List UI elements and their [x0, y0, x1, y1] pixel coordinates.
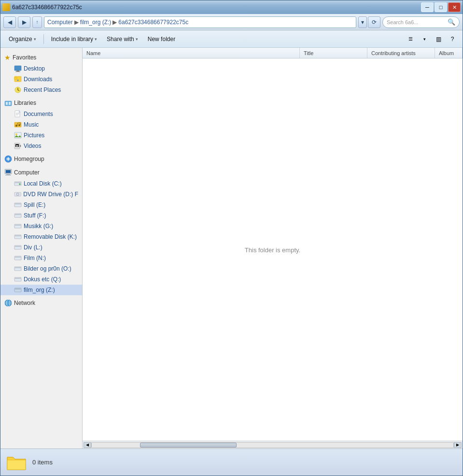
- hscroll-thumb[interactable]: [140, 443, 237, 447]
- sidebar-item-documents[interactable]: Documents: [0, 109, 82, 119]
- svg-rect-0: [14, 66, 21, 71]
- back-button[interactable]: ◀: [3, 16, 16, 28]
- sidebar-item-bilder-o-label: Bilder og pr0n (O:): [24, 265, 71, 272]
- spill-e-icon: [14, 201, 22, 209]
- explorer-window: 6a627c334686677922c75c ─ □ ✕ ◀ ▶ ↑ Compu…: [0, 0, 463, 476]
- dropdown-button[interactable]: ▾: [358, 16, 367, 28]
- sidebar-item-bilder-o[interactable]: Bilder og pr0n (O:): [0, 263, 82, 274]
- help-button[interactable]: ?: [446, 33, 459, 45]
- sidebar-item-filmorg-z[interactable]: film_org (Z:): [0, 285, 82, 295]
- svg-rect-48: [15, 278, 21, 279]
- sidebar-item-spill-e[interactable]: Spill (E:): [0, 200, 82, 210]
- share-with-button[interactable]: Share with ▾: [102, 32, 142, 46]
- svg-rect-4: [14, 77, 17, 79]
- homegroup-icon: [4, 155, 12, 163]
- bilder-o-icon: [14, 265, 22, 273]
- refresh-button[interactable]: ⟳: [368, 16, 380, 28]
- svg-rect-38: [15, 225, 21, 226]
- sidebar-section-network: Network: [0, 297, 82, 309]
- title-bar-left: 6a627c334686677922c75c: [2, 3, 82, 11]
- film-n-icon: [14, 254, 22, 262]
- preview-pane-button[interactable]: ▥: [432, 33, 445, 45]
- sidebar-item-removable-k-label: Removable Disk (K:): [24, 233, 77, 240]
- sidebar-favorites-label: Favorites: [13, 54, 36, 61]
- search-box[interactable]: Search 6a6... 🔍: [382, 16, 460, 28]
- sidebar-network-header[interactable]: Network: [0, 297, 82, 309]
- view-details-button[interactable]: ☰: [404, 33, 417, 45]
- stuff-f-icon: [14, 212, 22, 219]
- breadcrumb-drive[interactable]: film_org (Z:): [80, 19, 112, 26]
- sidebar-section-favorites: ★ Favorites Desktop: [0, 52, 82, 95]
- sidebar-homegroup-header[interactable]: Homegroup: [0, 153, 82, 165]
- sidebar-item-musikk-g-label: Musikk (G:): [24, 223, 53, 230]
- status-folder-svg: [6, 453, 27, 472]
- maximize-button[interactable]: □: [435, 2, 447, 12]
- status-bar: 0 items: [0, 448, 463, 476]
- sidebar-item-music-label: Music: [24, 121, 39, 128]
- horizontal-scrollbar[interactable]: ◀ ▶: [83, 441, 463, 448]
- hscroll-right-btn[interactable]: ▶: [454, 442, 462, 448]
- svg-rect-25: [6, 174, 10, 175]
- downloads-icon: [14, 75, 22, 83]
- view-dropdown-button[interactable]: ▾: [418, 33, 431, 45]
- sidebar-section-libraries: Libraries Documents: [0, 97, 82, 151]
- up-button[interactable]: ↑: [32, 16, 42, 28]
- close-button[interactable]: ✕: [448, 2, 461, 12]
- sidebar-item-music[interactable]: Music: [0, 119, 82, 130]
- svg-point-15: [18, 124, 20, 126]
- sidebar-computer-header[interactable]: Computer: [0, 167, 82, 178]
- breadcrumb-computer[interactable]: Computer: [47, 19, 73, 26]
- svg-rect-24: [6, 170, 11, 173]
- svg-rect-40: [15, 235, 21, 236]
- window-title: 6a627c334686677922c75c: [12, 4, 82, 11]
- svg-point-14: [15, 125, 17, 127]
- sidebar-libraries-header[interactable]: Libraries: [0, 97, 82, 109]
- svg-point-17: [15, 133, 17, 135]
- svg-marker-19: [20, 144, 21, 147]
- sidebar-item-div-l[interactable]: Div (L:): [0, 242, 82, 253]
- new-folder-button[interactable]: New folder: [143, 32, 180, 46]
- sidebar-item-downloads[interactable]: Downloads: [0, 74, 82, 85]
- dokus-q-icon: [14, 275, 22, 283]
- recent-places-icon: [14, 86, 22, 94]
- file-area: This folder is empty.: [83, 58, 463, 441]
- hscroll-left-btn[interactable]: ◀: [84, 442, 91, 448]
- breadcrumb[interactable]: Computer ▶ film_org (Z:) ▶ 6a627c3346866…: [44, 16, 356, 28]
- sidebar-item-removable-k[interactable]: Removable Disk (K:): [0, 231, 82, 242]
- col-header-name[interactable]: Name: [83, 48, 300, 58]
- sidebar-network-label: Network: [14, 300, 35, 306]
- sidebar-item-videos[interactable]: Videos: [0, 141, 82, 151]
- include-library-button[interactable]: Include in library ▾: [47, 32, 101, 46]
- sidebar-favorites-header[interactable]: ★ Favorites: [0, 52, 82, 63]
- col-header-album[interactable]: Album: [435, 48, 463, 58]
- sidebar-item-dokus-q[interactable]: Dokus etc (Q:): [0, 274, 82, 285]
- col-header-title[interactable]: Title: [300, 48, 367, 58]
- svg-rect-26: [5, 175, 11, 175]
- svg-rect-34: [15, 203, 21, 204]
- sidebar-item-stuff-f-label: Stuff (F:): [24, 212, 46, 219]
- sidebar-computer-label: Computer: [14, 169, 40, 176]
- sidebar-item-stuff-f[interactable]: Stuff (F:): [0, 210, 82, 221]
- sidebar-item-local-disk-c[interactable]: Local Disk (C:): [0, 178, 82, 189]
- sidebar-item-videos-label: Videos: [24, 143, 41, 149]
- sidebar-item-desktop[interactable]: Desktop: [0, 63, 82, 74]
- svg-rect-46: [15, 267, 21, 268]
- sidebar-item-pictures[interactable]: Pictures: [0, 130, 82, 141]
- hscroll-track: [91, 442, 454, 448]
- svg-rect-2: [15, 72, 20, 72]
- organize-button[interactable]: Organize ▾: [4, 32, 41, 46]
- minimize-button[interactable]: ─: [421, 2, 434, 12]
- title-bar-controls: ─ □ ✕: [421, 2, 461, 12]
- sidebar-item-desktop-label: Desktop: [24, 65, 45, 72]
- sidebar-item-recent-places[interactable]: Recent Places: [0, 85, 82, 95]
- sidebar-item-musikk-g[interactable]: Musikk (G:): [0, 221, 82, 231]
- sidebar-item-film-n[interactable]: Film (N:): [0, 253, 82, 263]
- sidebar-item-pictures-label: Pictures: [24, 132, 44, 139]
- forward-button[interactable]: ▶: [18, 16, 30, 28]
- svg-point-32: [17, 194, 18, 195]
- search-icon: 🔍: [448, 18, 455, 26]
- col-header-contributing[interactable]: Contributing artists: [367, 48, 435, 58]
- sidebar-item-dvd-d[interactable]: DVD RW Drive (D:) F: [0, 189, 82, 200]
- toolbar: Organize ▾ Include in library ▾ Share wi…: [0, 30, 463, 48]
- breadcrumb-folder[interactable]: 6a627c334686677922c75c: [118, 19, 188, 26]
